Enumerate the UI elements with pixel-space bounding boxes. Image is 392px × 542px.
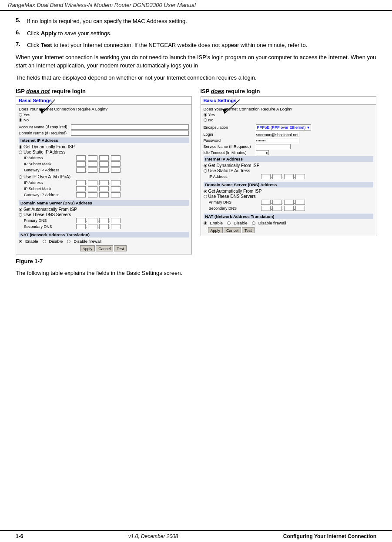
left-atm-gw2[interactable] (88, 192, 97, 197)
right-nat-disable-fw-label: Disable firewall (258, 221, 286, 225)
right-ip-b4[interactable] (295, 174, 305, 179)
left-primary-dns-label: Primary DNS (24, 218, 76, 223)
figure-caption: Figure 1-7 (16, 258, 376, 264)
left-sdns-b3[interactable] (99, 224, 109, 229)
right-ip-b1[interactable] (261, 174, 271, 179)
left-sn-b4[interactable] (111, 161, 121, 167)
right-login-label: Login (204, 132, 256, 137)
left-ip-b3[interactable] (99, 155, 109, 161)
final-paragraph: The following table explains the fields … (16, 269, 376, 278)
right-sdns-b4[interactable] (295, 206, 305, 211)
right-ip-dynamic[interactable]: Get Dynamically From ISP (204, 163, 374, 168)
left-atm-sn2[interactable] (88, 186, 97, 191)
right-pdns-b4[interactable] (295, 200, 305, 205)
right-primary-dns-row: Primary DNS . . . (209, 200, 374, 205)
left-gw-b4[interactable] (111, 167, 121, 173)
left-atm-b3[interactable] (99, 180, 109, 185)
left-radio-no[interactable]: No (19, 117, 189, 122)
right-sdns-b1[interactable] (261, 206, 271, 211)
left-ip-b2[interactable] (88, 155, 97, 161)
left-gw-b3[interactable] (99, 167, 109, 173)
left-account-name-input[interactable] (71, 124, 189, 130)
right-dns-manual-label: Use These DNS Servers (208, 194, 256, 199)
left-pdns-b4[interactable] (111, 218, 121, 223)
left-sdns-b4[interactable] (111, 224, 121, 229)
right-ip-address-label: IP Address (209, 174, 261, 179)
right-secondary-dns-row: Secondary DNS . . . (209, 206, 374, 211)
right-encapsulation-arrow-icon: ▼ (306, 126, 310, 130)
left-domain-name-input[interactable] (71, 130, 189, 136)
left-sn-b1[interactable] (76, 161, 86, 167)
right-ip-static[interactable]: Use Static IP Address (204, 168, 374, 173)
right-radio-yes[interactable]: Yes (204, 112, 374, 117)
right-test-button[interactable]: Test (242, 227, 255, 233)
right-idle-timeout-value: 0 (266, 151, 268, 155)
left-atm-gw4[interactable] (111, 192, 121, 197)
right-nat-section-title: NAT (Network Address Translation) (204, 214, 374, 219)
left-atm-gw1[interactable] (76, 192, 86, 197)
right-pdns-b3[interactable] (284, 200, 294, 205)
right-service-name-input[interactable] (256, 144, 291, 149)
left-test-button[interactable]: Test (114, 245, 127, 251)
left-figure-em: does not (26, 88, 50, 94)
left-pdns-b1[interactable] (76, 218, 86, 223)
left-primary-dns-field: . . . (76, 218, 121, 223)
figures-row: ISP does not require login Basic Setting… (16, 88, 376, 254)
right-radio-yes-label: Yes (208, 112, 215, 117)
left-radio-yes[interactable]: Yes (19, 112, 189, 117)
left-gw-b2[interactable] (88, 167, 97, 173)
right-ip-b2[interactable] (272, 174, 282, 179)
left-ip-b1[interactable] (76, 155, 86, 161)
right-password-value: ••••••• (256, 139, 266, 143)
left-ip-static[interactable]: Use Static IP Address (19, 150, 189, 154)
left-atm-sn3[interactable] (99, 186, 109, 191)
left-sn-b3[interactable] (99, 161, 109, 167)
left-dns-auto[interactable]: Get Automatically From ISP (19, 207, 189, 212)
left-gw-b1[interactable] (76, 167, 86, 173)
right-dns-manual-dot (204, 195, 207, 198)
right-password-input[interactable]: ••••••• (256, 138, 299, 143)
right-dns-auto[interactable]: Get Automatically From ISP (204, 189, 374, 194)
paragraph-1: When your Internet connection is working… (16, 53, 376, 70)
left-cancel-button[interactable]: Cancel (96, 245, 113, 251)
right-nat-row: Enable Disable Disable firewall (204, 221, 374, 225)
left-ip-atm[interactable]: Use IP Over ATM (IPoA) (19, 174, 189, 179)
left-atm-b2[interactable] (88, 180, 97, 185)
right-radio-no[interactable]: No (204, 117, 374, 122)
right-cancel-button[interactable]: Cancel (224, 227, 241, 233)
left-atm-b4[interactable] (111, 180, 121, 185)
left-sdns-b1[interactable] (76, 224, 86, 229)
right-ip-b3[interactable] (284, 174, 294, 179)
right-pdns-b1[interactable] (261, 200, 271, 205)
left-sn-b2[interactable] (88, 161, 97, 167)
right-dns-manual[interactable]: Use These DNS Servers (204, 194, 374, 199)
right-apply-button[interactable]: Apply (208, 227, 223, 233)
left-ip-dynamic-dot (19, 145, 22, 149)
left-ip-b4[interactable] (111, 155, 121, 161)
left-domain-name-row: Domain Name (If Required) (19, 130, 189, 136)
left-panel-container: Basic Settings Does Your Internet Connec… (16, 96, 192, 254)
right-sdns-b3[interactable] (284, 206, 294, 211)
left-sdns-b2[interactable] (88, 224, 97, 229)
left-atm-gw3[interactable] (99, 192, 109, 197)
left-ip-fields: IP Address . . . IP Subnet Ma (19, 155, 189, 174)
right-nat-section: NAT (Network Address Translation) Enable… (204, 214, 374, 225)
left-atm-sn1[interactable] (76, 186, 86, 191)
left-panel-body: Does Your Internet Connection Require A … (16, 105, 191, 254)
right-idle-timeout-input[interactable]: 0 (256, 150, 269, 155)
step-7-num: 7. (16, 41, 27, 50)
left-dns-manual[interactable]: Use These DNS Servers (19, 212, 189, 217)
right-encapsulation-select[interactable]: PPPoE (PPP over Ethernet) ▼ (256, 124, 312, 130)
left-secondary-dns-label: Secondary DNS (24, 224, 76, 229)
left-atm-b1[interactable] (76, 180, 86, 185)
left-ip-get-dynamic[interactable]: Get Dynamically From ISP (19, 144, 189, 149)
left-pdns-b2[interactable] (88, 218, 97, 223)
right-sdns-b2[interactable] (272, 206, 282, 211)
left-pdns-b3[interactable] (99, 218, 109, 223)
right-pdns-b2[interactable] (272, 200, 282, 205)
right-login-input[interactable]: snormon@sbcglobal.net (256, 132, 299, 137)
left-panel-title: Basic Settings (16, 97, 191, 105)
left-apply-button[interactable]: Apply (80, 245, 95, 251)
left-atm-sn4[interactable] (111, 186, 121, 191)
left-atm-ip-field: . . . (76, 180, 121, 185)
